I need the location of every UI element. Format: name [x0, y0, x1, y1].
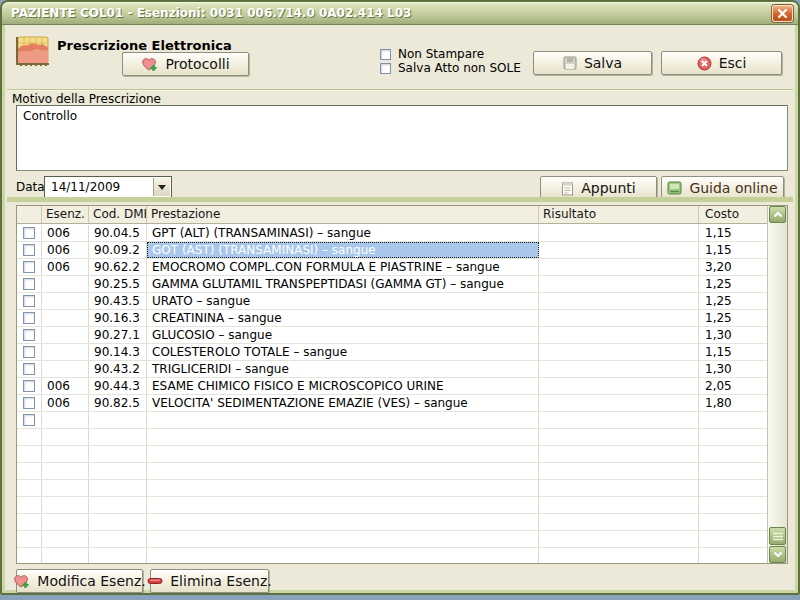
table-row-empty [17, 497, 767, 514]
table-row[interactable]: 90.43.2TRIGLICERIDI – sangue1,30 [17, 361, 767, 378]
table-row[interactable]: 00690.82.5VELOCITA' SEDIMENTAZIONE EMAZI… [17, 395, 767, 412]
table-row-empty [17, 429, 767, 446]
exit-red-circle-icon [697, 56, 712, 71]
row-checkbox-cell [17, 531, 42, 547]
table-row-empty [17, 531, 767, 548]
column-header-checkbox [17, 206, 42, 223]
cell-cod-dmr: 90.16.3 [89, 310, 147, 326]
cell-risultato [539, 497, 699, 513]
date-combobox[interactable]: 14/11/2009 [44, 176, 172, 198]
row-checkbox-cell [17, 480, 42, 496]
esci-button[interactable]: Esci [661, 51, 782, 75]
cell-costo: 1,30 [699, 361, 767, 377]
cell-risultato [539, 480, 699, 496]
table-row[interactable]: 00690.04.5GPT (ALT) (TRANSAMINASI) – san… [17, 225, 767, 242]
table-section-divider [7, 197, 793, 202]
table-row-empty [17, 446, 767, 463]
row-checkbox-cell [17, 497, 42, 513]
scroll-up-button[interactable] [769, 206, 786, 223]
prestazioni-table: Esenz. Cod. DMR Prestazione Risultato Co… [16, 205, 788, 564]
table-row[interactable]: 90.43.5URATO – sangue1,25 [17, 293, 767, 310]
cell-prestazione [147, 497, 539, 513]
cell-prestazione [147, 463, 539, 479]
cell-esenz [42, 276, 89, 292]
red-minus-icon [147, 577, 163, 585]
cell-risultato [539, 344, 699, 360]
cell-risultato [539, 293, 699, 309]
modifica-esenz-button[interactable]: Modifica Esenz. [16, 569, 143, 593]
row-checkbox[interactable] [23, 278, 35, 290]
cell-esenz [42, 463, 89, 479]
cell-prestazione [147, 446, 539, 462]
cell-prestazione: ESAME CHIMICO FISICO E MICROSCOPICO URIN… [147, 378, 539, 394]
title-bar[interactable]: PAZIENTE COL01 - Esenzioni: 0031 006.714… [2, 2, 798, 25]
table-row[interactable]: 90.16.3CREATININA – sangue1,25 [17, 310, 767, 327]
appunti-label: Appunti [581, 180, 635, 196]
table-row[interactable]: 90.25.5GAMMA GLUTAMIL TRANSPEPTIDASI (GA… [17, 276, 767, 293]
vertical-scrollbar[interactable] [767, 206, 787, 563]
non-stampare-label: Non Stampare [398, 47, 484, 61]
cell-cod-dmr: 90.82.5 [89, 395, 147, 411]
table-row[interactable]: 90.14.3COLESTEROLO TOTALE – sangue1,15 [17, 344, 767, 361]
non-stampare-checkbox[interactable] [380, 49, 391, 60]
row-checkbox-cell [17, 548, 42, 564]
row-checkbox-cell [17, 395, 42, 411]
cell-prestazione [147, 531, 539, 547]
date-value: 14/11/2009 [51, 180, 120, 194]
cell-prestazione: TRIGLICERIDI – sangue [147, 361, 539, 377]
table-row[interactable]: 00690.09.2GOT (AST) (TRANSAMINASI) – san… [17, 242, 767, 259]
row-checkbox[interactable] [23, 329, 35, 341]
row-checkbox[interactable] [23, 261, 35, 273]
cell-risultato [539, 361, 699, 377]
row-checkbox[interactable] [23, 227, 35, 239]
row-checkbox[interactable] [23, 414, 35, 426]
notepad-icon [561, 181, 574, 196]
motivo-label: Motivo della Prescrizione [12, 92, 161, 106]
cell-cod-dmr: 90.04.5 [89, 225, 147, 241]
cell-esenz [42, 446, 89, 462]
cell-esenz [42, 361, 89, 377]
date-dropdown-button[interactable] [153, 178, 170, 196]
salva-atto-checkbox[interactable] [380, 63, 391, 74]
table-row-empty [17, 463, 767, 480]
cell-risultato [539, 259, 699, 275]
cell-prestazione [147, 548, 539, 564]
cell-esenz [42, 293, 89, 309]
cell-risultato [539, 378, 699, 394]
row-checkbox[interactable] [23, 312, 35, 324]
table-row[interactable]: 00690.62.2EMOCROMO COMPL.CON FORMULA E P… [17, 259, 767, 276]
row-checkbox-cell [17, 412, 42, 428]
elimina-esenz-button[interactable]: Elimina Esenz. [150, 569, 269, 593]
salva-button[interactable]: Salva [533, 51, 652, 75]
page-title: Prescrizione Elettronica [57, 38, 232, 53]
scroll-thumb[interactable] [769, 527, 786, 545]
column-header-costo: Costo [699, 206, 767, 223]
cell-esenz: 006 [42, 225, 89, 241]
row-checkbox-cell [17, 463, 42, 479]
protocolli-button[interactable]: Protocolli [122, 52, 249, 76]
cell-cod-dmr: 90.43.2 [89, 361, 147, 377]
row-checkbox[interactable] [23, 380, 35, 392]
cell-costo [699, 429, 767, 445]
row-checkbox-cell [17, 327, 42, 343]
chevron-down-icon [158, 185, 166, 194]
row-checkbox[interactable] [23, 346, 35, 358]
table-row[interactable]: 90.27.1GLUCOSIO – sangue1,30 [17, 327, 767, 344]
row-checkbox[interactable] [23, 397, 35, 409]
row-checkbox[interactable] [23, 244, 35, 256]
close-button[interactable] [772, 5, 793, 22]
motivo-textarea[interactable]: Controllo [16, 105, 788, 171]
row-checkbox[interactable] [23, 363, 35, 375]
cell-risultato [539, 514, 699, 530]
cell-costo [699, 531, 767, 547]
cell-cod-dmr [89, 463, 147, 479]
cell-cod-dmr [89, 514, 147, 530]
scroll-down-button[interactable] [769, 546, 786, 563]
heart-plus-icon [141, 57, 158, 72]
cell-costo [699, 463, 767, 479]
cell-cod-dmr [89, 446, 147, 462]
row-checkbox[interactable] [23, 295, 35, 307]
scroll-down-icon [773, 551, 783, 558]
table-row[interactable]: 00690.44.3ESAME CHIMICO FISICO E MICROSC… [17, 378, 767, 395]
non-stampare-option: Non Stampare [380, 47, 484, 61]
